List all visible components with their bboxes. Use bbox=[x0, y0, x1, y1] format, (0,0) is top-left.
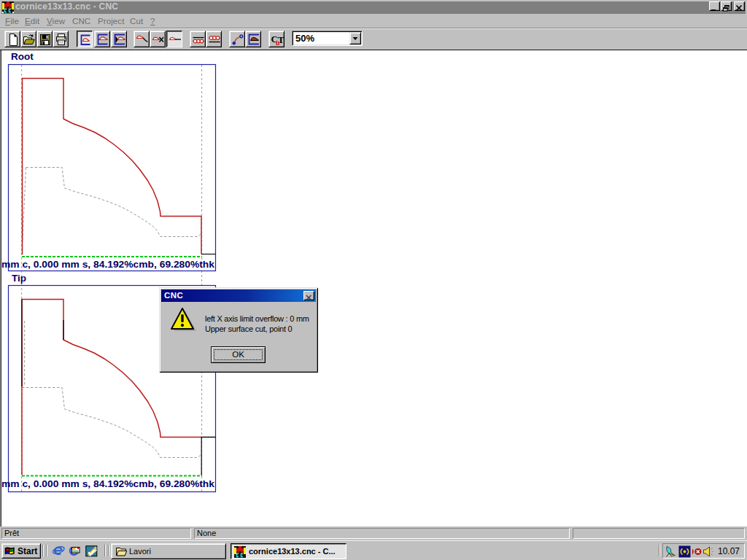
svg-text:Tip: Tip bbox=[12, 273, 26, 284]
svg-text:Root: Root bbox=[11, 51, 34, 62]
svg-text:mm c, 0.000 mm s, 84.192%cmb,: mm c, 0.000 mm s, 84.192%cmb, 69.280%thk bbox=[1, 259, 214, 270]
svg-text:mm c, 0.000 mm s, 84.192%cmb,: mm c, 0.000 mm s, 84.192%cmb, 69.280%thk bbox=[1, 478, 214, 489]
